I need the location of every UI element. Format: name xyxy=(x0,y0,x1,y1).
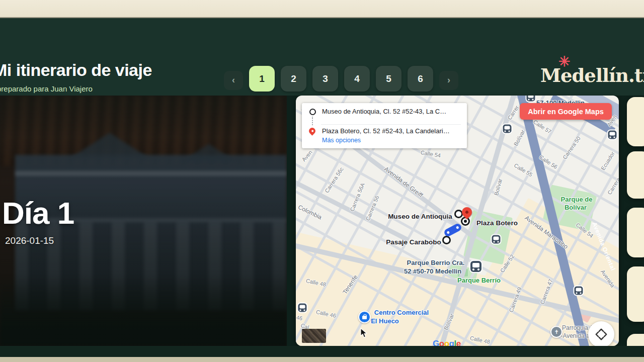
directions-destination: Plaza Botero, Cl. 52 #52-43, La Candelar… xyxy=(322,127,463,135)
next-activity-card[interactable] xyxy=(627,97,644,146)
transit-station-icon xyxy=(503,125,512,133)
pagination-next-button[interactable]: › xyxy=(439,71,458,90)
map-street-label: Ecuador xyxy=(600,150,616,171)
page-button-2[interactable]: 2 xyxy=(281,66,306,92)
transit-station-icon xyxy=(470,261,481,272)
church-pin-icon: ✝ xyxy=(550,326,562,338)
destination-pin-icon xyxy=(307,126,316,135)
map-poi-label: Pasaje Carabobo xyxy=(386,238,441,246)
map-poi-label: Parque Berrío xyxy=(457,277,501,284)
google-logo: Google xyxy=(433,339,461,346)
shopping-poi-icon[interactable] xyxy=(358,311,371,323)
map-poi-label: 52 #50-70 Medellin xyxy=(404,267,461,275)
map-poi-label: Plaza Botero xyxy=(476,219,518,227)
more-options-link[interactable]: Más opciones xyxy=(322,137,361,144)
street-view-thumbnail[interactable] xyxy=(302,329,326,343)
transit-station-icon xyxy=(575,287,583,295)
page-title: Mi itinerario de viaje xyxy=(0,60,152,80)
marker-pasaje-carabobo[interactable] xyxy=(442,236,451,244)
page-button-5[interactable]: 5 xyxy=(376,66,401,92)
map-street-label: Bolívar xyxy=(513,129,526,147)
map-poi-label: Parque de xyxy=(561,196,593,203)
open-google-maps-button[interactable]: Abrir en Google Maps xyxy=(520,103,612,120)
pagination: ‹ 123456 › xyxy=(224,66,458,92)
directions-panel: Museo de Antioquia, Cl. 52 #52-43, La C…… xyxy=(302,103,467,148)
next-activity-card[interactable] xyxy=(627,208,644,257)
app-header: Mi itinerario de viaje preparado para Ju… xyxy=(0,18,644,96)
browser-top-strip xyxy=(0,0,644,18)
mouse-cursor xyxy=(360,328,368,340)
google-map-embed[interactable]: AvenCarrera 56cCarrera 56ACarrera 56Colo… xyxy=(296,96,619,346)
page-subtitle: preparado para Juan Viajero xyxy=(0,84,93,93)
map-poi-label: Parque Berrio Cra. xyxy=(407,259,465,266)
next-activity-card[interactable] xyxy=(627,266,644,322)
transit-station-icon xyxy=(492,235,501,244)
page-button-3[interactable]: 3 xyxy=(312,66,338,92)
bottom-dark-strip xyxy=(0,346,644,357)
pagination-prev-button[interactable]: ‹ xyxy=(224,71,243,90)
day-title: Día 1 xyxy=(2,195,74,231)
transit-station-icon xyxy=(527,96,535,102)
origin-circle-icon xyxy=(309,109,316,115)
bottom-taskbar-strip xyxy=(0,357,644,362)
page-button-6[interactable]: 6 xyxy=(408,66,433,92)
map-poi-label: Bolívar xyxy=(565,204,587,211)
brand-logo[interactable]: Medellín.tr xyxy=(540,64,644,86)
map-poi-label: Centro Comercial xyxy=(374,309,429,316)
next-activity-card[interactable] xyxy=(627,151,644,199)
directions-origin: Museo de Antioquia, Cl. 52 #52-43, La C… xyxy=(322,108,463,115)
page: { "header": { "title": "Mi itinerario de… xyxy=(0,0,644,362)
day-photo-panel: Día 1 2026-01-15 Visita al Museo de Anti… xyxy=(0,96,287,346)
map-poi-label: Museo de Antioquia xyxy=(388,213,452,220)
transit-station-icon xyxy=(608,131,617,139)
route-dots xyxy=(312,117,313,125)
transit-station-icon xyxy=(298,304,307,312)
day-date: 2026-01-15 xyxy=(5,235,54,246)
map-poi-label: El Hueco xyxy=(371,317,399,325)
pagination-pages: 123456 xyxy=(249,66,433,92)
map-street-label: 46 xyxy=(296,314,303,321)
page-button-4[interactable]: 4 xyxy=(344,66,370,92)
fullscreen-button[interactable] xyxy=(588,321,614,346)
page-button-1[interactable]: 1 xyxy=(249,66,275,92)
